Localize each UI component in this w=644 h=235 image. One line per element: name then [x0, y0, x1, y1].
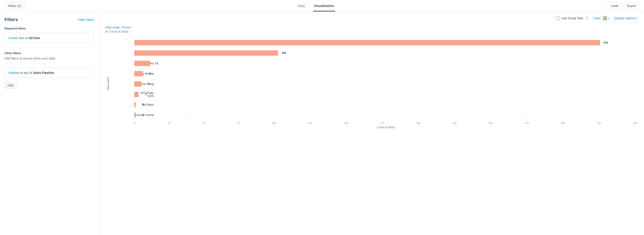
bar-fill: 3 — [134, 92, 138, 97]
sidebar-header: Filters Hide Filters — [4, 17, 94, 22]
x-tick: 300 — [561, 122, 565, 124]
grid-line — [112, 38, 112, 120]
tab-visualization[interactable]: Visualization — [313, 2, 335, 9]
filter-create-date-link[interactable]: Create date — [8, 36, 25, 40]
fiscal-year-info-icon[interactable]: i — [585, 16, 589, 20]
x-tick: 250 — [488, 122, 493, 124]
chart-date-range: Date range: All time — [106, 26, 637, 29]
x-axis-label: Count of Deals — [134, 126, 637, 129]
x-tick: 200 — [416, 122, 420, 124]
bar-fill: 11 — [134, 61, 150, 66]
color-swatch — [603, 16, 607, 20]
top-bar-right: Undo Export — [608, 2, 640, 9]
bar-track: 1 — [134, 102, 637, 108]
required-filters-label: Required filters — [4, 27, 94, 30]
x-tick: 350 — [633, 122, 637, 124]
bar-track: 324 — [134, 40, 637, 46]
legend-dot — [106, 30, 108, 33]
x-tick: 125 — [308, 122, 312, 124]
undo-button[interactable]: Undo — [608, 2, 622, 9]
chevron-down-icon: ▾ — [608, 17, 610, 20]
export-button[interactable]: Export — [624, 2, 640, 9]
tab-data[interactable]: Data — [297, 2, 306, 9]
x-axis: 0255075100125150175200225250275300325350… — [112, 122, 637, 129]
grid-line — [637, 38, 638, 120]
x-tick: 150 — [344, 122, 348, 124]
main-layout: Filters Hide Filters Required filters Cr… — [0, 12, 644, 235]
color-button[interactable]: Color: ▾ — [593, 16, 610, 20]
filters-button[interactable]: Filters (2) — [4, 2, 24, 9]
filter-create-date-card[interactable]: Create date is All time — [4, 33, 94, 43]
chart-area: Use Fiscal Year i Color: ▾ Display optio… — [99, 12, 644, 235]
top-bar-left: Filters (2) — [4, 2, 24, 9]
filter-create-date-is: is — [25, 36, 29, 40]
bar-track: 1 — [134, 112, 637, 118]
bar-row: Hannah Anslow1 — [134, 110, 637, 120]
divider-2 — [4, 64, 94, 64]
bar-value: 3 — [145, 93, 147, 96]
bar-track: 11 — [134, 61, 637, 66]
chart-container: Deal owner Chris Grant324Hannah Fisher10… — [106, 38, 637, 129]
filter-pipeline-link[interactable]: Pipeline — [8, 71, 20, 74]
x-tick: 175 — [380, 122, 384, 124]
filter-pipeline-card[interactable]: Pipeline is any of Sales Pipeline — [4, 68, 94, 78]
other-filters-desc: Add filters to narrow down your data. — [4, 56, 94, 60]
legend-label: Count of Deals — [109, 30, 128, 33]
fiscal-year-checkbox-label[interactable]: Use Fiscal Year i — [556, 16, 588, 20]
x-tick: 50 — [202, 122, 205, 124]
display-options-label: Display options — [614, 16, 635, 20]
x-tick: 100 — [272, 122, 276, 124]
bar-row: Chris van Praag5 — [134, 79, 637, 89]
filter-create-date-value: All time — [29, 36, 40, 40]
bar-row: Mel Baker1 — [134, 100, 637, 110]
bar-fill: 6 — [134, 71, 143, 76]
x-tick: 275 — [525, 122, 529, 124]
bar-value: 5 — [148, 82, 150, 86]
x-tick: 325 — [597, 122, 601, 124]
chart-inner: Deal owner Chris Grant324Hannah Fisher10… — [106, 38, 637, 129]
tab-bar: Data Visualization — [297, 2, 335, 9]
x-tick: 225 — [452, 122, 456, 124]
bar-row: Gem Rugg-Gunn3 — [134, 90, 637, 99]
bar-fill: 5 — [134, 81, 142, 87]
bar-value: 11 — [155, 62, 158, 65]
x-ticks: 0255075100125150175200225250275300325350 — [134, 122, 637, 124]
chart-toolbar: Use Fiscal Year i Color: ▾ Display optio… — [106, 16, 637, 20]
bar-track: 3 — [134, 92, 637, 97]
bar-value: 1 — [142, 103, 144, 106]
bar-value: 6 — [150, 72, 151, 75]
bar-row: Eric Murphy11 — [134, 58, 637, 68]
color-label: Color: — [593, 16, 602, 20]
bar-row: Chris Grant324 — [134, 38, 637, 48]
x-tick: 0 — [134, 122, 136, 124]
fiscal-year-label: Use Fiscal Year — [561, 16, 583, 20]
other-filters-label: Other filters — [4, 52, 94, 55]
bar-track: 6 — [134, 71, 637, 76]
bar-fill: 100 — [134, 50, 278, 56]
sidebar: Filters Hide Filters Required filters Cr… — [0, 12, 99, 235]
hide-filters-button[interactable]: Hide Filters — [78, 18, 94, 22]
chart-body: Chris Grant324Hannah Fisher100Eric Murph… — [112, 38, 637, 129]
filter-pipeline-value: Sales Pipeline — [33, 71, 54, 74]
top-bar: Filters (2) Data Visualization Undo Expo… — [0, 0, 644, 12]
chevron-down-icon-2: ▾ — [636, 17, 637, 20]
filter-pipeline-is: is any of — [20, 71, 33, 74]
chart-legend: Count of Deals — [106, 30, 637, 33]
x-tick: 75 — [237, 122, 240, 124]
bar-value: 1 — [142, 114, 144, 116]
divider-1 — [4, 47, 94, 47]
display-options-button[interactable]: Display options ▾ — [614, 16, 637, 20]
and-button[interactable]: AND — [4, 82, 16, 88]
bar-value: 100 — [282, 52, 286, 54]
fiscal-year-checkbox[interactable] — [556, 16, 560, 20]
bar-value: 324 — [604, 41, 608, 44]
bar-row: Lily Bristow6 — [134, 69, 637, 79]
bar-track: 5 — [134, 81, 637, 87]
bars-container: Chris Grant324Hannah Fisher100Eric Murph… — [112, 38, 637, 120]
bar-track: 100 — [134, 50, 637, 56]
bar-fill: 1 — [134, 102, 136, 108]
bar-row: Hannah Fisher100 — [134, 48, 637, 58]
y-axis-label: Deal owner — [106, 38, 111, 129]
bar-fill: 324 — [134, 40, 600, 46]
x-tick: 25 — [168, 122, 170, 124]
